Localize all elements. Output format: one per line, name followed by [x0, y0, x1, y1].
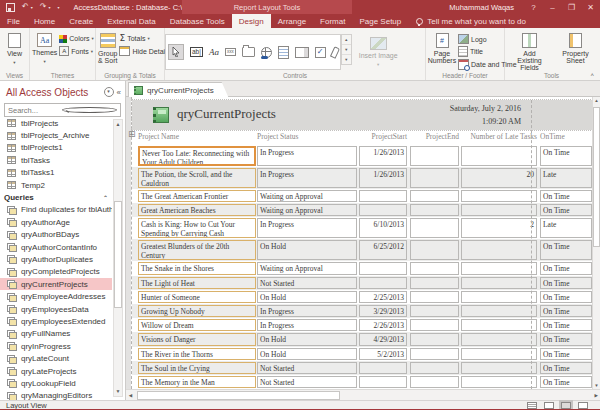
hide-details-button[interactable]: Hide Details — [119, 46, 170, 56]
cell-late[interactable] — [461, 376, 537, 388]
nav-scroll-down-icon[interactable]: ▼ — [114, 387, 122, 396]
table-row[interactable]: The Potion, the Scroll, and the Cauldron… — [132, 167, 592, 189]
cell-status[interactable]: In Progress — [257, 305, 357, 317]
minimize-button[interactable]: – — [543, 0, 562, 14]
nav-item-qryemployeesdata[interactable]: qryEmployeesData — [0, 303, 112, 315]
cell-end[interactable] — [410, 146, 459, 166]
property-sheet-button[interactable]: Property Sheet — [557, 32, 595, 65]
cell-start[interactable]: 1/26/2013 — [359, 168, 407, 188]
nav-item-tblprojects[interactable]: tblProjects — [0, 117, 112, 129]
gallery-down-icon[interactable]: ▼ — [342, 45, 351, 55]
gallery-more-icon[interactable]: ▼ — [342, 55, 351, 64]
cell-status[interactable]: Waiting on Approval — [257, 204, 357, 216]
column-header-project-name[interactable]: Project Name — [138, 132, 256, 141]
customize-qat-icon[interactable]: ▾ — [57, 5, 59, 10]
column-header-projectstart[interactable]: ProjectStart — [359, 132, 407, 141]
help-button[interactable]: ? — [524, 0, 543, 14]
view-button[interactable]: View▾ — [5, 32, 24, 67]
cell-name[interactable]: Cash is King: How to Cut Your Spending b… — [138, 218, 256, 238]
cell-start[interactable] — [359, 190, 407, 202]
cell-end[interactable] — [410, 348, 459, 360]
gallery-up-icon[interactable]: ▲ — [342, 35, 351, 45]
cell-ontime[interactable]: On Time — [540, 240, 592, 260]
table-row[interactable]: The Great American FrontierWaiting on Ap… — [132, 189, 592, 203]
nav-item-qryauthorbdays[interactable]: qryAuthorBDays — [0, 229, 112, 241]
cell-name[interactable]: Willow of Dream — [138, 319, 256, 331]
tab-create[interactable]: Create — [62, 14, 100, 28]
text-box-tool-icon[interactable]: ab| — [190, 47, 203, 57]
nav-group-queries[interactable]: Queries⌃ — [0, 191, 112, 203]
cell-ontime[interactable]: Late — [540, 218, 592, 238]
cell-name[interactable]: The Great American Frontier — [138, 190, 256, 202]
nav-item-tblprojects1[interactable]: tblProjects1 — [0, 142, 112, 154]
cell-end[interactable] — [410, 333, 459, 345]
nav-item-qrycompletedprojects[interactable]: qryCompletedProjects — [0, 266, 112, 278]
scroll-up-icon[interactable]: ▲ — [593, 98, 600, 103]
cell-ontime[interactable]: On Time — [540, 277, 592, 289]
cell-ontime[interactable]: On Time — [540, 348, 592, 360]
cell-status[interactable]: Waiting on Approval — [257, 190, 357, 202]
cell-start[interactable]: 6/10/2013 — [359, 218, 407, 238]
hyperlink-tool-icon[interactable] — [261, 47, 272, 58]
nav-item-qrycurrentprojects[interactable]: qryCurrentProjects — [0, 278, 112, 290]
report-view-button[interactable] — [527, 402, 537, 409]
cell-late[interactable] — [461, 277, 537, 289]
report-header-band[interactable]: qryCurrentProjects Saturday, July 2, 201… — [132, 100, 592, 130]
cell-start[interactable] — [359, 362, 407, 374]
horizontal-scrollbar[interactable]: ◀ ▶ — [126, 389, 600, 400]
cell-end[interactable] — [410, 305, 459, 317]
check-box-tool-icon[interactable]: ✓ — [315, 47, 326, 58]
cell-late[interactable] — [461, 262, 537, 274]
redo-icon[interactable]: ↷ — [40, 3, 47, 11]
table-row[interactable]: The Snake in the ShoresWaiting on Approv… — [132, 261, 592, 275]
page-numbers-button[interactable]: # Page Numbers — [426, 32, 458, 65]
cell-late[interactable]: 20 — [461, 168, 537, 188]
cell-ontime[interactable]: Late — [540, 168, 592, 188]
themes-button[interactable]: Aa Themes▾ — [30, 32, 59, 66]
cell-status[interactable]: Not Started — [257, 362, 357, 374]
cell-name[interactable]: The Snake in the Shores — [138, 262, 256, 274]
cell-end[interactable] — [410, 190, 459, 202]
cell-start[interactable]: 2/25/2013 — [359, 291, 407, 303]
column-header-project-status[interactable]: Project Status — [257, 132, 357, 141]
column-header-ontime[interactable]: OnTime — [540, 132, 592, 141]
fonts-button[interactable]: AFonts▾ — [59, 46, 94, 56]
tab-page-setup[interactable]: Page Setup — [352, 14, 408, 28]
table-row[interactable]: Cash is King: How to Cut Your Spending b… — [132, 217, 592, 239]
cell-status[interactable]: On Hold — [257, 333, 357, 345]
nav-item-qryauthorduplicates[interactable]: qryAuthorDuplicates — [0, 253, 112, 265]
cell-name[interactable]: The Soul in the Crying — [138, 362, 256, 374]
scroll-left-icon[interactable]: ◀ — [126, 393, 135, 398]
table-row[interactable]: Visions of DangerOn Hold4/29/2013On Time — [132, 332, 592, 346]
cell-name[interactable]: Growing Up Nobody — [138, 305, 256, 317]
restore-button[interactable]: ❐ — [562, 0, 581, 14]
table-row[interactable]: The Light of HeatNot StartedOn Time — [132, 276, 592, 290]
report-datetime[interactable]: Saturday, July 2, 2016 1:09:20 AM — [450, 102, 521, 128]
cell-status[interactable]: In Progress — [257, 218, 357, 238]
cell-late[interactable] — [461, 291, 537, 303]
v-scroll-thumb[interactable] — [593, 107, 600, 247]
label-tool-icon[interactable]: Aa — [209, 47, 219, 57]
cell-ontime[interactable]: On Time — [540, 291, 592, 303]
nav-item-qryemployeeaddresses[interactable]: qryEmployeeAddresses — [0, 290, 112, 302]
nav-item-find-duplicates-for-tblauthors[interactable]: Find duplicates for tblAuthors — [0, 204, 112, 216]
user-name[interactable]: Muhammad Waqas — [449, 3, 514, 12]
vertical-scrollbar[interactable]: ▲ ▼ — [592, 97, 600, 389]
cell-status[interactable]: In Progress — [257, 146, 357, 166]
cell-end[interactable] — [410, 240, 459, 260]
cell-status[interactable]: Waiting on Approval — [257, 262, 357, 274]
cell-late[interactable] — [461, 348, 537, 360]
cell-ontime[interactable]: On Time — [540, 204, 592, 216]
shutter-close-icon[interactable]: « — [117, 88, 121, 97]
nav-menu-icon[interactable]: ▾ — [104, 87, 114, 97]
report-page[interactable]: ⊞ qryCurrentProjects Saturday, July 2, 2… — [131, 97, 592, 389]
nav-scroll-thumb[interactable] — [114, 201, 122, 308]
cell-end[interactable] — [410, 262, 459, 274]
nav-item-qrylateprojects[interactable]: qryLateProjects — [0, 365, 112, 377]
design-view-button[interactable] — [578, 402, 588, 409]
column-header-projectend[interactable]: ProjectEnd — [410, 132, 459, 141]
cell-ontime[interactable]: On Time — [540, 333, 592, 345]
table-row[interactable]: Hunter of SomeoneOn Hold2/25/2013On Time — [132, 290, 592, 304]
cell-start[interactable]: 1/26/2013 — [359, 146, 407, 166]
cell-status[interactable]: On Hold — [257, 240, 357, 260]
